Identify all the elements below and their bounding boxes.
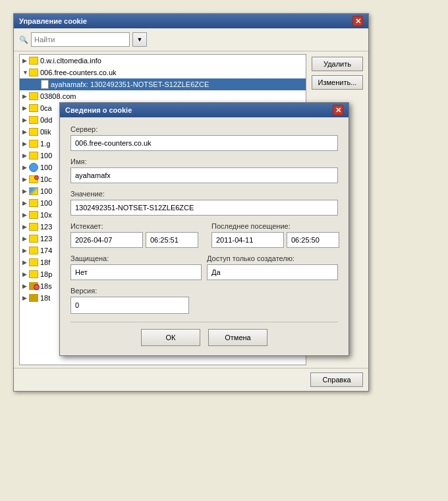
value-input[interactable]: [70, 200, 338, 216]
last-visit-date-input[interactable]: [211, 232, 284, 248]
name-input[interactable]: [70, 167, 338, 183]
last-visit-time-input[interactable]: [287, 232, 339, 248]
name-label: Имя:: [70, 158, 338, 165]
protected-input[interactable]: [70, 264, 202, 280]
ok-button[interactable]: ОК: [141, 329, 200, 346]
modal-body: Сервер: Имя: Значение: Истекает: Последн…: [60, 117, 349, 322]
modal-title: Сведения о cookie: [65, 106, 132, 114]
version-input[interactable]: [70, 297, 189, 314]
modal-title-bar: Сведения о cookie ✕: [60, 103, 349, 117]
value-label: Значение:: [70, 190, 338, 198]
version-label: Версия:: [70, 287, 338, 295]
server-input[interactable]: [70, 135, 338, 151]
cancel-button[interactable]: Отмена: [208, 329, 267, 346]
expires-time-input[interactable]: [146, 232, 198, 248]
cookie-details-modal: Сведения о cookie ✕ Сервер: Имя: Значени…: [59, 102, 349, 356]
modal-overlay: Сведения о cookie ✕ Сервер: Имя: Значени…: [0, 0, 448, 501]
expires-date-input[interactable]: [70, 232, 143, 248]
modal-close-button[interactable]: ✕: [333, 105, 343, 115]
last-visit-label: Последнее посещение:: [211, 222, 339, 230]
server-label: Сервер:: [70, 125, 338, 133]
protected-label: Защищена:: [70, 254, 202, 262]
expires-label: Истекает:: [70, 222, 198, 230]
modal-footer: ОК Отмена: [60, 322, 349, 355]
access-input[interactable]: [207, 264, 338, 280]
access-label: Доступ только создателю:: [207, 254, 338, 262]
